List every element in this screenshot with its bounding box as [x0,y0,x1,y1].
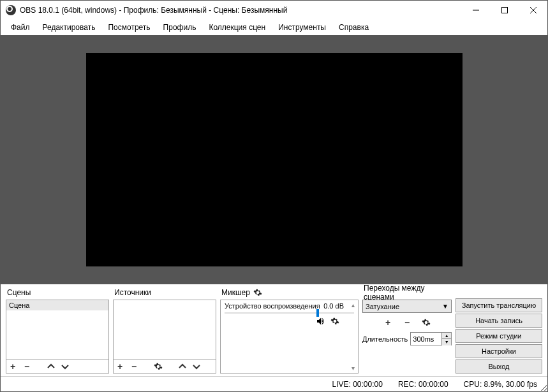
window-title: OBS 18.0.1 (64bit, windows) - Профиль: Б… [20,6,461,15]
sources-panel: Источники + − [113,287,216,374]
status-bar: LIVE: 00:00:00 REC: 00:00:00 CPU: 8.9%, … [1,376,547,391]
mixer-channel-row: Устройство воспроизведения 0.0 dB [222,302,357,310]
window-controls [461,1,547,20]
scene-up-button[interactable] [46,361,56,372]
duration-down-button[interactable]: ▼ [442,339,451,345]
exit-button[interactable]: Выход [455,359,542,374]
scroll-up-icon: ▴ [352,301,355,309]
transition-properties-button[interactable] [421,317,431,328]
scenes-listbox[interactable]: Сцена [6,300,109,359]
duration-spinbox[interactable]: ▲ ▼ [410,332,452,345]
mixer-scrollbar[interactable]: ▴ ▾ [348,300,358,373]
svg-rect-1 [501,8,507,13]
sources-header: Источники [113,287,216,298]
transition-select[interactable]: Затухание ▼ [362,300,452,313]
status-rec: REC: 00:00:00 [398,380,448,389]
duration-up-button[interactable]: ▲ [442,333,451,339]
add-scene-button[interactable]: + [8,361,18,372]
preview-area [1,35,547,284]
menu-tools[interactable]: Инструменты [272,21,332,34]
mixer-label: Микшер [221,288,250,297]
scenes-toolbar: + − [6,359,109,374]
mixer-settings-button[interactable] [253,287,263,298]
sources-toolbar: + − [113,359,216,374]
remove-scene-button[interactable]: − [22,361,32,372]
mixer-box: Устройство воспроизведения 0.0 dB ▴ ▾ [220,300,359,374]
status-live: LIVE: 00:00:00 [332,380,382,389]
transition-duration-row: Длительность ▲ ▼ [362,332,452,345]
mute-button[interactable] [316,316,326,326]
mixer-volume-slider[interactable] [225,312,354,314]
menu-scene-collection[interactable]: Коллекция сцен [202,21,272,34]
status-cpu: CPU: 8.9%, 30.00 fps [464,380,537,389]
controls-panel: Запустить трансляцию Начать запись Режим… [455,287,542,374]
close-button[interactable] [519,1,547,20]
slider-thumb[interactable] [316,309,319,317]
menu-edit[interactable]: Редактировать [36,21,102,34]
minimize-button[interactable] [461,1,490,20]
mixer-panel: Микшер Устройство воспроизведения 0.0 dB… [220,287,359,374]
start-stream-button[interactable]: Запустить трансляцию [455,298,542,312]
source-properties-button[interactable] [153,361,163,372]
start-record-button[interactable]: Начать запись [455,314,542,328]
resize-grip[interactable] [539,383,547,391]
transition-selected: Затухание [366,303,399,310]
transitions-panel: Переходы между сценами Затухание ▼ + − Д… [362,287,452,374]
channel-settings-button[interactable] [330,316,340,326]
preview-canvas[interactable] [86,53,463,266]
titlebar: OBS 18.0.1 (64bit, windows) - Профиль: Б… [1,1,547,20]
settings-button[interactable]: Настройки [455,344,542,358]
duration-input[interactable] [411,335,441,343]
menu-profile[interactable]: Профиль [157,21,203,34]
app-icon [6,5,16,15]
remove-source-button[interactable]: − [129,361,139,372]
maximize-button[interactable] [490,1,519,20]
menu-help[interactable]: Справка [332,21,375,34]
duration-label: Длительность [362,335,408,343]
menu-file[interactable]: Файл [4,21,36,34]
source-down-button[interactable] [191,361,202,372]
scene-item[interactable]: Сцена [6,300,108,310]
studio-mode-button[interactable]: Режим студии [455,329,542,343]
scene-down-button[interactable] [60,361,70,372]
menubar: Файл Редактировать Посмотреть Профиль Ко… [1,20,547,35]
chevron-down-icon: ▼ [442,303,448,310]
add-source-button[interactable]: + [115,361,125,372]
sources-listbox[interactable] [113,300,216,359]
transitions-header: Переходы между сценами [362,287,452,298]
remove-transition-button[interactable]: − [402,317,412,328]
scenes-panel: Сцены Сцена + − [6,287,109,374]
panels-row: Сцены Сцена + − Источники + − Микшер [1,284,547,376]
source-up-button[interactable] [177,361,188,372]
scroll-down-icon: ▾ [352,365,355,372]
menu-view[interactable]: Посмотреть [101,21,156,34]
mixer-device-label: Устройство воспроизведения [225,302,320,310]
mixer-channel-controls [222,314,357,326]
scenes-header: Сцены [6,287,109,298]
transition-toolbar: + − [362,316,452,330]
add-transition-button[interactable]: + [383,317,393,328]
mixer-header: Микшер [220,287,359,298]
